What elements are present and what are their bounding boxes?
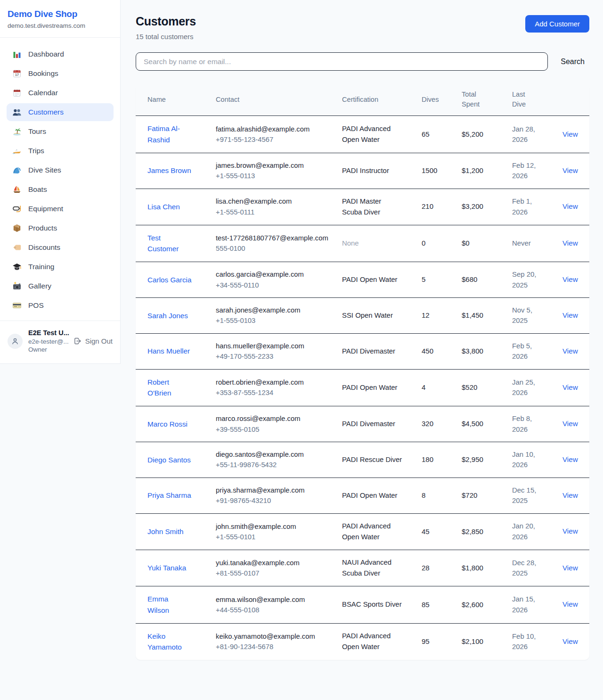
customer-certification: PADI Open Water	[342, 274, 398, 285]
customer-certification: PADI Advanced Open Water	[342, 124, 402, 145]
customer-total-spent-cell: $1,450	[462, 298, 512, 334]
customer-name-link[interactable]: Yuki Tanaka	[147, 562, 186, 574]
sidebar-item-customers[interactable]: Customers	[7, 103, 114, 121]
view-link[interactable]: View	[562, 275, 578, 283]
customer-name-link[interactable]: Lisa Chen	[147, 201, 180, 213]
customer-name-link[interactable]: Fatima Al-Rashid	[147, 123, 192, 145]
customer-last-dive-cell: Jan 25, 2026	[512, 369, 562, 406]
view-link[interactable]: View	[562, 311, 578, 319]
customer-name-cell: Robert O'Brien	[136, 369, 216, 406]
view-link[interactable]: View	[562, 491, 578, 499]
customer-email: fatima.alrashid@example.com	[216, 124, 336, 134]
view-link[interactable]: View	[562, 202, 578, 210]
customer-name-link[interactable]: James Brown	[147, 165, 191, 176]
customer-phone: 555-0100	[216, 243, 336, 254]
sidebar-item-bookings[interactable]: 17 Bookings	[7, 65, 114, 82]
view-link[interactable]: View	[562, 166, 578, 174]
customer-actions-cell: View	[562, 116, 589, 153]
customer-certification-cell: PADI Open Water	[342, 262, 422, 298]
sidebar-item-dashboard[interactable]: Dashboard	[7, 45, 114, 63]
customer-contact-cell: sarah.jones@example.com+1-555-0103	[216, 298, 342, 334]
sidebar-item-calendar[interactable]: Calendar	[7, 84, 114, 102]
view-link[interactable]: View	[562, 130, 578, 138]
customer-name-link[interactable]: Marco Rossi	[147, 419, 187, 430]
customer-name-link[interactable]: Carlos Garcia	[147, 274, 192, 286]
page-subtitle: 15 total customers	[136, 33, 196, 41]
customer-last-dive-cell: Feb 5, 2026	[512, 333, 562, 369]
island-icon	[12, 127, 22, 136]
column-header-actions	[562, 83, 589, 116]
customer-total-spent-cell: $3,200	[462, 189, 512, 225]
view-link[interactable]: View	[562, 600, 578, 608]
view-link[interactable]: View	[562, 420, 578, 428]
customer-name-link[interactable]: Diego Santos	[147, 454, 191, 466]
sidebar-item-label: Customers	[28, 108, 64, 116]
sidebar-item-products[interactable]: Products	[7, 219, 114, 237]
calendar-date-icon: 17	[12, 69, 22, 78]
search-input[interactable]	[136, 52, 548, 71]
customer-contact-cell: lisa.chen@example.com+1-555-0111	[216, 189, 342, 225]
sidebar-item-pos[interactable]: POS	[7, 296, 114, 314]
customer-certification-cell: PADI Instructor	[342, 153, 422, 189]
customer-name-link[interactable]: Priya Sharma	[147, 490, 191, 501]
customer-certification-cell: PADI Divemaster	[342, 333, 422, 369]
sidebar-nav: Dashboard 17 Bookings Calendar Customers	[0, 38, 120, 321]
customer-name-link[interactable]: Emma Wilson	[147, 593, 192, 616]
customer-contact-cell: diego.santos@example.com+55-11-99876-543…	[216, 442, 342, 478]
package-icon	[12, 223, 22, 233]
view-link[interactable]: View	[562, 527, 578, 535]
customer-name-link[interactable]: Hans Mueller	[147, 346, 190, 357]
customer-certification-cell: PADI Open Water	[342, 369, 422, 406]
view-link[interactable]: View	[562, 239, 578, 247]
customer-email: hans.mueller@example.com	[216, 341, 336, 351]
customer-last-dive-cell: Feb 12, 2026	[512, 153, 562, 189]
customer-email: john.smith@example.com	[216, 521, 336, 532]
view-link[interactable]: View	[562, 564, 578, 572]
customer-name-link[interactable]: Keiko Yamamoto	[147, 631, 192, 653]
customer-last-dive: Feb 8, 2026	[512, 413, 542, 435]
customer-last-dive-cell: Jan 10, 2026	[512, 442, 562, 478]
view-link[interactable]: View	[562, 637, 578, 645]
customer-dives-cell: 45	[422, 513, 462, 550]
customer-name-link[interactable]: Test Customer	[147, 232, 192, 255]
sign-out-button[interactable]: Sign Out	[73, 337, 113, 345]
table-row: Marco Rossimarco.rossi@example.com+39-55…	[136, 406, 589, 442]
customer-certification: PADI Rescue Diver	[342, 454, 402, 465]
sidebar-item-tours[interactable]: Tours	[7, 123, 114, 140]
sidebar-item-equipment[interactable]: Equipment	[7, 200, 114, 218]
customer-phone: +1-555-0111	[216, 207, 336, 217]
customer-certification-cell: None	[342, 225, 422, 262]
customer-dives-cell: 95	[422, 623, 462, 660]
customer-certification-cell: SSI Open Water	[342, 298, 422, 334]
customer-dives-cell: 4	[422, 369, 462, 406]
customer-name-cell: Sarah Jones	[136, 298, 216, 334]
customer-phone: +1-555-0113	[216, 171, 336, 181]
customer-actions-cell: View	[562, 623, 589, 660]
sidebar-item-dive-sites[interactable]: Dive Sites	[7, 161, 114, 179]
customer-last-dive: Nov 5, 2025	[512, 305, 542, 326]
customer-last-dive: Dec 28, 2025	[512, 558, 542, 579]
view-link[interactable]: View	[562, 383, 578, 391]
customer-dives-cell: 450	[422, 333, 462, 369]
customer-name-link[interactable]: Sarah Jones	[147, 310, 188, 321]
view-link[interactable]: View	[562, 455, 578, 463]
customer-name-link[interactable]: John Smith	[147, 526, 184, 537]
sidebar-item-discounts[interactable]: Discounts	[7, 239, 114, 256]
customer-total-spent-cell: $2,100	[462, 623, 512, 660]
customer-dives-cell: 5	[422, 262, 462, 298]
sidebar-item-boats[interactable]: Boats	[7, 181, 114, 198]
search-button[interactable]: Search	[561, 58, 589, 66]
view-link[interactable]: View	[562, 347, 578, 355]
people-icon	[12, 107, 22, 117]
bar-chart-icon	[12, 49, 22, 59]
sidebar-item-trips[interactable]: Trips	[7, 142, 114, 160]
sidebar-item-gallery[interactable]: Gallery	[7, 277, 114, 295]
sidebar-item-training[interactable]: Training	[7, 258, 114, 276]
customer-last-dive: Feb 1, 2026	[512, 196, 542, 217]
customer-last-dive-cell: Jan 28, 2026	[512, 116, 562, 153]
customer-certification: None	[342, 238, 359, 249]
add-customer-button[interactable]: Add Customer	[525, 15, 589, 33]
user-email: e2e-tester@...	[28, 338, 69, 346]
customer-actions-cell: View	[562, 153, 589, 189]
customer-name-link[interactable]: Robert O'Brien	[147, 377, 192, 399]
